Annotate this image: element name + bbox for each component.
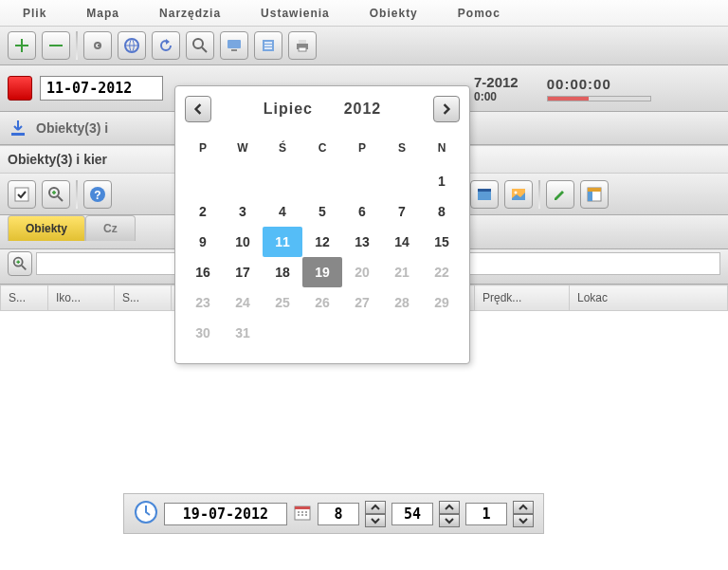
calendar-day-12[interactable]: 12: [302, 227, 342, 257]
list-button[interactable]: [254, 31, 282, 60]
calendar-day-16[interactable]: 16: [183, 257, 223, 287]
svg-rect-22: [588, 192, 592, 201]
menu-plik[interactable]: Plik: [23, 7, 46, 20]
calendar-day-18[interactable]: 18: [263, 257, 302, 287]
calendar-day-17[interactable]: 17: [223, 257, 263, 287]
help-button[interactable]: ?: [83, 180, 112, 209]
svg-line-3: [202, 47, 207, 52]
calendar-day-23[interactable]: 23: [183, 287, 223, 318]
pencil-button[interactable]: [546, 180, 574, 209]
link-button[interactable]: [83, 31, 112, 60]
record-indicator[interactable]: [8, 76, 32, 101]
layout-button[interactable]: [580, 180, 609, 209]
minute-down-button[interactable]: [439, 514, 460, 527]
calendar-day-1[interactable]: 1: [422, 166, 462, 196]
chevron-up-icon: [445, 504, 454, 511]
window-button[interactable]: [470, 180, 499, 209]
tab-cz[interactable]: Cz: [85, 215, 136, 241]
calendar-day-19[interactable]: 19: [302, 257, 342, 287]
calendar-day-11[interactable]: 11: [263, 227, 302, 257]
calendar-dow: C: [302, 132, 342, 166]
time-hour-input[interactable]: [318, 503, 359, 525]
calendar-day-27[interactable]: 27: [342, 287, 382, 318]
main-toolbar: [0, 27, 728, 64]
print-button[interactable]: [288, 31, 317, 60]
calendar-next-button[interactable]: [433, 96, 460, 122]
calendar-prev-button[interactable]: [185, 96, 211, 122]
second-spinner: [513, 501, 534, 527]
time-minute-input[interactable]: [391, 503, 433, 525]
col-iko[interactable]: Iko...: [48, 285, 115, 311]
calendar-day-14[interactable]: 14: [382, 227, 422, 257]
calendar-title[interactable]: Lipiec 2012: [211, 101, 433, 118]
globe-button[interactable]: [118, 31, 146, 60]
menu-narzedzia[interactable]: Narzędzia: [159, 7, 221, 20]
zoom-button[interactable]: [186, 31, 214, 60]
monitor-button[interactable]: [220, 31, 248, 60]
menu-mapa[interactable]: Mapa: [86, 7, 119, 20]
menu-obiekty[interactable]: Obiekty: [370, 7, 418, 20]
col-predk[interactable]: Prędk...: [475, 285, 570, 311]
checkall-button[interactable]: [8, 180, 36, 209]
image-button[interactable]: [504, 180, 533, 209]
remove-button[interactable]: [42, 31, 70, 60]
second-down-button[interactable]: [513, 514, 534, 527]
calendar-day-6[interactable]: 6: [342, 196, 382, 227]
search-button[interactable]: [8, 251, 32, 276]
calendar-day-15[interactable]: 15: [422, 227, 462, 257]
time-fragment-label: 0:00: [474, 90, 519, 103]
calendar-day-21[interactable]: 21: [382, 257, 422, 287]
menu-pomoc[interactable]: Pomoc: [458, 7, 500, 20]
hour-down-button[interactable]: [365, 514, 386, 527]
hour-up-button[interactable]: [365, 501, 386, 514]
progress-slider[interactable]: [547, 96, 651, 101]
calendar-day-28[interactable]: 28: [382, 287, 422, 318]
svg-point-2: [193, 39, 203, 48]
svg-rect-0: [49, 45, 63, 46]
zoom-in-button[interactable]: [42, 180, 70, 209]
calendar-day-5[interactable]: 5: [302, 196, 342, 227]
calendar-day-9[interactable]: 9: [183, 227, 223, 257]
svg-rect-21: [588, 188, 601, 192]
svg-rect-9: [299, 47, 306, 51]
time-second-input[interactable]: [465, 503, 507, 525]
calendar-day-22[interactable]: 22: [422, 257, 462, 287]
calendar-dow: P: [342, 132, 382, 166]
layout-icon: [585, 185, 604, 204]
second-up-button[interactable]: [513, 501, 534, 514]
col-s2[interactable]: S...: [115, 285, 172, 311]
calendar-dow: Ś: [263, 132, 302, 166]
time-date-input[interactable]: [164, 503, 287, 525]
menu-ustawienia[interactable]: Ustawienia: [261, 7, 330, 20]
calendar-day-7[interactable]: 7: [382, 196, 422, 227]
time-widget: [123, 493, 544, 534]
add-button[interactable]: [8, 31, 36, 60]
chevron-down-icon: [371, 517, 380, 524]
calendar-grid: PWŚCPSN 12345678910111213141516171819202…: [175, 128, 469, 363]
calendar-day-10[interactable]: 10: [223, 227, 263, 257]
calendar-day-13[interactable]: 13: [342, 227, 382, 257]
calendar-day-8[interactable]: 8: [422, 196, 462, 227]
svg-text:?: ?: [94, 189, 100, 202]
calendar-day-2[interactable]: 2: [183, 196, 223, 227]
date-input[interactable]: [40, 76, 163, 101]
help-icon: ?: [88, 185, 107, 204]
minute-up-button[interactable]: [439, 501, 460, 514]
calendar-day-20[interactable]: 20: [342, 257, 382, 287]
calendar-day-25[interactable]: 25: [263, 287, 302, 318]
calendar-month-label: Lipiec: [264, 101, 313, 117]
calendar-day-24[interactable]: 24: [223, 287, 263, 318]
calendar-day-3[interactable]: 3: [223, 196, 263, 227]
col-lokac[interactable]: Lokac: [570, 285, 728, 311]
download-icon[interactable]: [8, 118, 28, 138]
calendar-day-4[interactable]: 4: [263, 196, 302, 227]
svg-rect-5: [231, 49, 237, 51]
calendar-day-30[interactable]: 30: [183, 318, 223, 348]
col-s1[interactable]: S...: [1, 285, 48, 311]
calendar-day-29[interactable]: 29: [422, 287, 462, 318]
tab-obiekty[interactable]: Obiekty: [8, 215, 85, 241]
calendar-day-31[interactable]: 31: [223, 318, 263, 348]
calendar-icon[interactable]: [293, 503, 312, 524]
refresh-button[interactable]: [152, 31, 180, 60]
calendar-day-26[interactable]: 26: [302, 287, 342, 318]
